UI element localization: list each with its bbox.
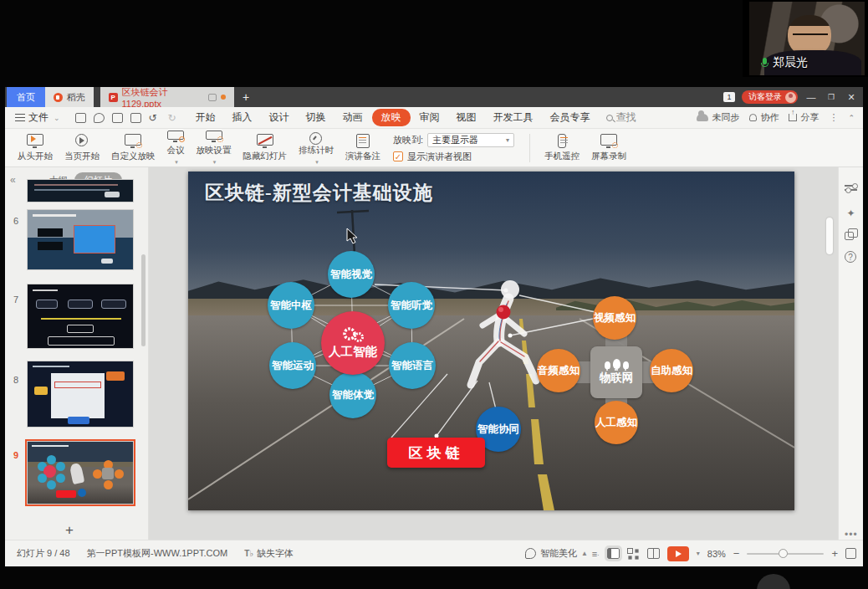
unsaved-dot-icon: [221, 95, 226, 100]
thumbnail-slide-5-partial[interactable]: [27, 179, 134, 202]
menu-slideshow[interactable]: 放映: [372, 109, 411, 126]
zoom-slider-knob[interactable]: [779, 549, 788, 558]
add-slide-button[interactable]: +: [65, 522, 74, 539]
fullscreen-icon[interactable]: [845, 548, 856, 559]
phone-remote-button[interactable]: 手机遥控: [539, 131, 585, 166]
guest-login-button[interactable]: 访客登录: [742, 90, 798, 104]
new-tab-button[interactable]: +: [234, 87, 258, 107]
meeting-icon: [167, 131, 184, 142]
menu-review[interactable]: 审阅: [412, 109, 447, 126]
presenter-view-checkbox-row[interactable]: ✓ 显示演讲者视图: [393, 151, 514, 163]
missing-font-warning[interactable]: T♭ 缺失字体: [244, 547, 294, 560]
menu-devtools[interactable]: 开发工具: [486, 109, 541, 126]
node-smart-somato[interactable]: 智能体觉: [329, 371, 376, 418]
print-icon[interactable]: [112, 113, 123, 123]
zoom-slider[interactable]: [747, 553, 824, 555]
meeting-float-button[interactable]: [757, 574, 790, 589]
object-properties-icon[interactable]: [845, 182, 857, 195]
menu-animation[interactable]: 动画: [335, 109, 370, 126]
tab-home[interactable]: 首页: [7, 87, 45, 107]
collaborate-button[interactable]: 协作: [749, 111, 779, 124]
node-smart-hub[interactable]: 智能中枢: [268, 282, 314, 329]
thumbnail-slide-9[interactable]: [27, 441, 134, 504]
missing-font-icon: T♭: [244, 549, 253, 558]
zoom-level[interactable]: 83%: [707, 549, 726, 559]
slideshow-play-button[interactable]: [667, 546, 689, 561]
play-current-icon: [74, 134, 90, 148]
notes-toggle-icon[interactable]: ≡·: [592, 549, 600, 559]
normal-view-button[interactable]: [607, 548, 620, 559]
thumbnail-slide-8[interactable]: [27, 361, 134, 428]
node-iot-hub[interactable]: 物联网: [590, 346, 642, 398]
comment-bubble-icon[interactable]: [208, 94, 217, 101]
meeting-button[interactable]: 会议: [161, 131, 191, 166]
slide-canvas[interactable]: 区块链-新型会计基础设施 智能视觉 智能听觉 智能语言 智能体觉 智能运动 智能…: [188, 172, 794, 510]
save-icon[interactable]: [75, 113, 86, 123]
zoom-out-button[interactable]: −: [733, 547, 740, 560]
node-video-sense[interactable]: 视频感知: [593, 296, 636, 340]
file-menu-button[interactable]: 文件: [5, 110, 67, 125]
slide-title[interactable]: 区块链-新型会计基础设施: [205, 180, 433, 206]
speaker-notes-button[interactable]: 演讲备注: [340, 131, 386, 166]
thumbnail-slide-7[interactable]: [27, 284, 134, 349]
tab-docer[interactable]: 稻壳: [45, 87, 94, 107]
node-human-sense[interactable]: 人工感知: [595, 401, 638, 444]
print-preview-icon[interactable]: [130, 113, 141, 123]
effects-icon[interactable]: ✦: [845, 207, 857, 220]
slide-editor-area[interactable]: 区块链-新型会计基础设施 智能视觉 智能听觉 智能语言 智能体觉 智能运动 智能…: [149, 167, 838, 540]
menu-transition[interactable]: 切换: [299, 109, 334, 126]
lightbulb-icons: [605, 359, 629, 369]
thumbnail-slide-6[interactable]: [27, 209, 134, 270]
close-button[interactable]: ✕: [845, 92, 858, 103]
slide-scrollbar[interactable]: [826, 218, 833, 254]
menu-start[interactable]: 开始: [188, 109, 223, 126]
export-icon[interactable]: [94, 113, 105, 123]
zoom-in-button[interactable]: +: [831, 547, 838, 560]
display-target-select[interactable]: 主要显示器 ▾: [427, 133, 514, 147]
blockchain-banner[interactable]: 区块链: [387, 438, 485, 468]
share-button[interactable]: 分享: [789, 111, 819, 124]
node-audio-sense[interactable]: 音频感知: [537, 349, 580, 392]
from-current-button[interactable]: 当页开始: [59, 131, 105, 166]
more-options-icon[interactable]: ⋮: [829, 112, 838, 123]
presenter-view-checkbox[interactable]: ✓: [393, 151, 403, 161]
search-input[interactable]: 查找: [606, 110, 636, 125]
node-smart-hearing[interactable]: 智能听觉: [388, 282, 435, 329]
node-artificial-intelligence[interactable]: 人工智能: [321, 311, 385, 375]
node-smart-motion[interactable]: 智能运动: [269, 342, 316, 389]
webcam-overlay[interactable]: 郑晨光: [743, 0, 868, 77]
menu-view[interactable]: 视图: [449, 109, 484, 126]
show-settings-button[interactable]: 放映设置: [191, 131, 237, 166]
menu-member[interactable]: 会员专享: [543, 109, 598, 126]
node-smart-language[interactable]: 智能语言: [389, 342, 436, 389]
node-label: 智能运动: [272, 359, 314, 373]
node-self-sense[interactable]: 自助感知: [650, 349, 693, 392]
from-beginning-button[interactable]: 从头开始: [12, 131, 59, 166]
reading-view-button[interactable]: [647, 548, 660, 559]
sync-status-button[interactable]: 未同步: [697, 111, 739, 124]
collaborate-label: 协作: [760, 111, 779, 124]
screen-record-icon: [600, 134, 617, 148]
sidebar-scrollbar[interactable]: [141, 254, 146, 346]
screen-record-button[interactable]: 屏幕录制: [585, 131, 632, 166]
play-options-caret-icon[interactable]: ▾: [697, 550, 700, 557]
window-count-badge[interactable]: 1: [723, 92, 735, 102]
node-smart-vision[interactable]: 智能视觉: [328, 251, 375, 298]
smart-beautify-button[interactable]: 智能美化 ▲: [525, 547, 588, 560]
selection-pane-icon[interactable]: [845, 229, 857, 242]
redo-icon[interactable]: ↻: [168, 114, 180, 122]
minimize-button[interactable]: —: [804, 92, 818, 102]
panel-collapse-icon[interactable]: «: [5, 174, 21, 186]
collapse-ribbon-icon[interactable]: ⌃: [848, 114, 855, 122]
menu-design[interactable]: 设计: [262, 109, 297, 126]
menu-insert[interactable]: 插入: [225, 109, 260, 126]
rehearse-timing-button[interactable]: 排练计时: [293, 131, 340, 166]
slide-sorter-view-button[interactable]: [627, 548, 640, 559]
hide-slide-button[interactable]: 隐藏幻灯片: [237, 131, 294, 166]
undo-icon[interactable]: ↺: [149, 114, 161, 122]
custom-show-button[interactable]: 自定义放映: [105, 131, 161, 166]
restore-button[interactable]: ❐: [825, 93, 838, 101]
help-icon[interactable]: ?: [845, 251, 856, 263]
tab-document[interactable]: P 区块链会计1129.pptx: [100, 87, 234, 107]
stopwatch-icon: [308, 131, 324, 142]
